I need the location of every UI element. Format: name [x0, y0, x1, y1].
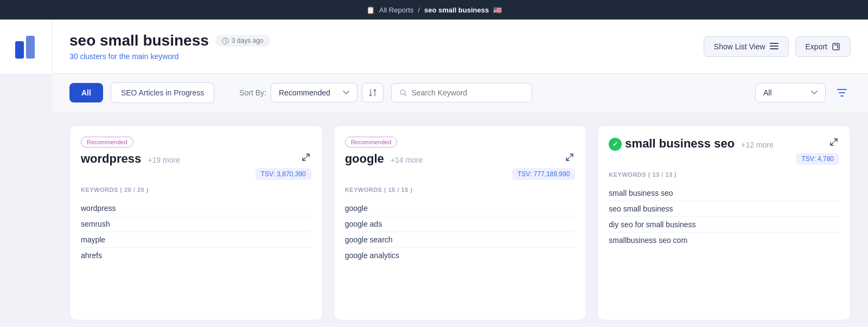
- keyword-item: seo small business: [609, 201, 839, 217]
- clipboard-icon: 📋: [366, 6, 375, 14]
- svg-rect-0: [15, 41, 24, 59]
- keyword-item: wordpress: [81, 201, 311, 216]
- tsv-badge: TSV: 777,189,990: [512, 168, 575, 180]
- cluster-card-wordpress: Recommended wordpress +19 more TSV: 3,87…: [69, 125, 323, 320]
- breadcrumb-reports[interactable]: All Reports: [379, 6, 414, 14]
- search-box[interactable]: [391, 83, 532, 102]
- tsv-badge: TSV: 4,780: [796, 153, 839, 165]
- page-title: seo small business: [69, 32, 209, 49]
- sort-group: Sort By: Recommended: [239, 83, 384, 102]
- cluster-card-google: Recommended google +14 more TSV: 777,189…: [334, 125, 587, 320]
- recommended-badge: Recommended: [81, 137, 133, 148]
- card-title-row: google +14 more: [345, 152, 576, 166]
- expand-button[interactable]: [564, 152, 575, 165]
- breadcrumb-report-name: seo small business: [424, 6, 489, 14]
- dropdown-chevron-icon: [811, 91, 818, 95]
- expand-icon: [565, 153, 574, 162]
- keywords-list: googlegoogle adsgoogle searchgoogle anal…: [345, 201, 576, 263]
- keyword-item: semrush: [81, 216, 311, 232]
- check-icon: ✓: [609, 138, 622, 151]
- svg-rect-6: [770, 43, 771, 44]
- cards-area: Recommended wordpress +19 more TSV: 3,87…: [52, 112, 868, 327]
- keyword-item: google: [345, 201, 576, 216]
- search-input[interactable]: [411, 88, 524, 97]
- keyword-item: ahrefs: [81, 248, 311, 263]
- sort-select[interactable]: Recommended: [271, 83, 358, 102]
- keyword-item: mayple: [81, 232, 311, 248]
- show-list-view-button[interactable]: Show List View: [704, 36, 789, 57]
- keyword-item: google ads: [345, 216, 576, 232]
- all-category-value: All: [763, 88, 772, 97]
- expand-icon: [302, 153, 310, 162]
- keyword-item: smallbusiness seo com: [609, 233, 839, 248]
- filter-icon: [837, 87, 847, 98]
- card-title-row: wordpress +19 more: [81, 152, 311, 166]
- sort-order-button[interactable]: [362, 83, 384, 102]
- keyword-item: diy seo for small business: [609, 217, 839, 233]
- card-title-text: small business seo: [625, 137, 735, 150]
- sort-by-label: Sort By:: [239, 88, 266, 97]
- header-right: Show List View Export: [704, 36, 851, 57]
- sort-value: Recommended: [279, 88, 330, 97]
- svg-rect-1: [26, 36, 35, 59]
- time-ago-label: 3 days ago: [232, 37, 264, 44]
- card-title: google +14 more: [345, 152, 423, 166]
- card-title: ✓small business seo +12 more: [609, 137, 773, 151]
- keywords-header: KEYWORDS ( 20 / 20 ): [81, 187, 311, 193]
- keywords-list: wordpresssemrushmaypleahrefs: [81, 201, 311, 263]
- card-title: wordpress +19 more: [81, 152, 180, 166]
- logo-icon: [14, 35, 38, 59]
- list-icon: [770, 43, 778, 50]
- card-title-row: ✓small business seo +12 more: [609, 137, 839, 151]
- show-list-view-label: Show List View: [714, 42, 765, 51]
- svg-rect-5: [770, 48, 778, 49]
- svg-rect-7: [833, 43, 839, 50]
- time-badge: 3 days ago: [215, 35, 270, 47]
- export-button[interactable]: Export: [795, 36, 851, 57]
- logo-area: [0, 20, 52, 74]
- export-icon: [832, 42, 840, 51]
- sort-arrows-icon: [368, 88, 377, 97]
- clock-icon: [222, 37, 229, 44]
- export-label: Export: [806, 42, 827, 51]
- keywords-header: KEYWORDS ( 15 / 15 ): [345, 187, 576, 193]
- all-filter-button[interactable]: All: [69, 83, 103, 102]
- card-title-text: google: [345, 152, 384, 165]
- expand-icon: [829, 138, 838, 146]
- header-left: seo small business 3 days ago 30 cluster…: [69, 32, 270, 61]
- keywords-header: KEYWORDS ( 13 / 13 ): [609, 171, 839, 178]
- in-progress-filter-button[interactable]: SEO Articles in Progress: [111, 82, 214, 103]
- card-title-text: wordpress: [81, 152, 141, 165]
- expand-button[interactable]: [301, 152, 311, 165]
- keyword-item: small business seo: [609, 185, 839, 201]
- chevron-down-icon: [343, 91, 349, 95]
- flag-icon: 🇺🇸: [493, 6, 502, 14]
- in-progress-label: SEO Articles in Progress: [121, 88, 204, 97]
- search-icon: [399, 88, 407, 97]
- breadcrumb-separator: /: [418, 6, 420, 14]
- header-section: seo small business 3 days ago 30 cluster…: [52, 20, 868, 74]
- more-count: +19 more: [148, 156, 180, 164]
- all-filter-label: All: [81, 88, 91, 97]
- keyword-item: google search: [345, 232, 576, 248]
- keywords-list: small business seoseo small businessdiy …: [609, 185, 839, 248]
- main-wrapper: seo small business 3 days ago 30 cluster…: [52, 20, 868, 327]
- svg-rect-4: [770, 46, 778, 47]
- top-bar: 📋 All Reports / seo small business 🇺🇸: [0, 0, 868, 20]
- more-count: +14 more: [391, 156, 423, 164]
- all-category-select[interactable]: All: [755, 83, 826, 102]
- keyword-item: google analytics: [345, 248, 576, 263]
- cluster-card-small-business-seo: ✓small business seo +12 more TSV: 4,780 …: [597, 125, 851, 320]
- tsv-badge: TSV: 3,870,390: [256, 168, 311, 180]
- filter-bar: All SEO Articles in Progress Sort By: Re…: [52, 74, 868, 112]
- recommended-badge: Recommended: [345, 137, 398, 148]
- expand-button[interactable]: [828, 137, 839, 150]
- more-count: +12 more: [741, 140, 774, 149]
- header-subtitle: 30 clusters for the main keyword: [69, 52, 270, 61]
- filter-button[interactable]: [833, 84, 851, 101]
- header-title: seo small business 3 days ago: [69, 32, 270, 49]
